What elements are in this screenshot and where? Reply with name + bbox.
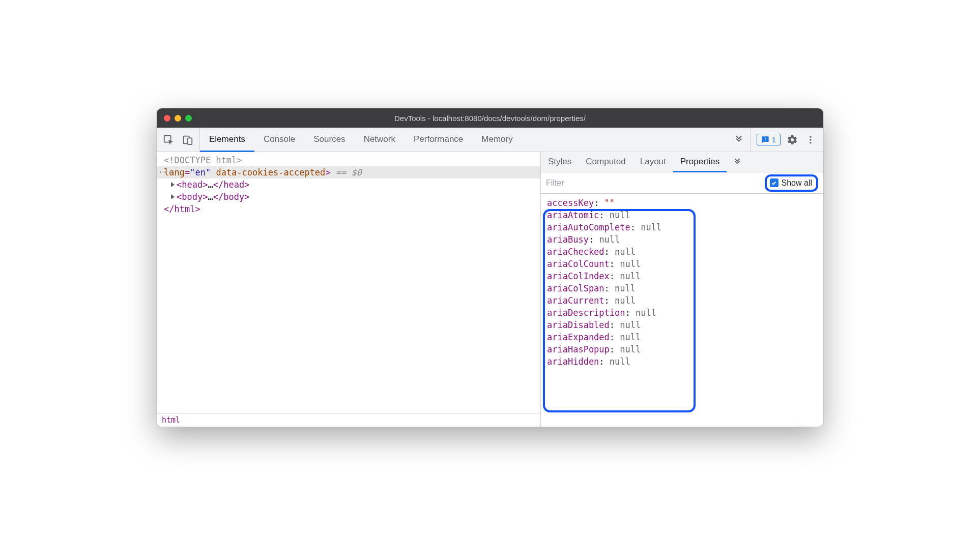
svg-point-4	[810, 139, 811, 140]
dom-head-line[interactable]: <head>…</head>	[157, 179, 540, 191]
property-row[interactable]: ariaChecked: null	[546, 246, 820, 258]
filter-row: Show all	[541, 172, 823, 194]
side-tabs: StylesComputedLayoutProperties	[541, 152, 823, 172]
property-row[interactable]: ariaDisabled: null	[546, 319, 820, 331]
side-more-chevron-icon[interactable]	[727, 152, 748, 172]
property-row[interactable]: ariaHasPopup: null	[546, 343, 820, 355]
more-tabs-chevron-icon[interactable]	[728, 128, 750, 152]
property-row[interactable]: ariaAutoComplete: null	[546, 221, 820, 233]
device-toolbar-icon[interactable]	[181, 133, 194, 146]
property-row[interactable]: ariaAtomic: null	[546, 209, 820, 221]
property-row[interactable]: ariaCurrent: null	[546, 294, 820, 307]
dom-html-line[interactable]: lang="en" data-cookies-accepted> == $0	[157, 166, 540, 179]
main-tabs: ElementsConsoleSourcesNetworkPerformance…	[200, 128, 728, 152]
window-title: DevTools - localhost:8080/docs/devtools/…	[157, 114, 823, 123]
dom-tree-pane: <!DOCTYPE html> lang="en" data-cookies-a…	[157, 152, 541, 427]
minimize-window-button[interactable]	[175, 115, 181, 122]
inspect-element-icon[interactable]	[162, 133, 175, 146]
main-toolbar: ElementsConsoleSourcesNetworkPerformance…	[157, 128, 823, 152]
tab-network[interactable]: Network	[355, 128, 405, 152]
tab-sources[interactable]: Sources	[304, 128, 354, 152]
svg-point-3	[810, 136, 811, 137]
show-all-checkbox-wrap[interactable]: Show all	[765, 174, 818, 192]
tab-performance[interactable]: Performance	[405, 128, 472, 152]
show-all-label: Show all	[782, 179, 812, 188]
kebab-menu-icon[interactable]	[804, 133, 817, 146]
property-row[interactable]: ariaDescription: null	[546, 307, 820, 319]
tab-memory[interactable]: Memory	[472, 128, 522, 152]
property-row[interactable]: accessKey: ""	[546, 197, 820, 209]
property-row[interactable]: ariaHidden: null	[546, 355, 820, 368]
disclosure-triangle-icon[interactable]	[171, 194, 175, 199]
close-window-button[interactable]	[164, 115, 170, 122]
svg-point-5	[810, 142, 811, 143]
dom-body-line[interactable]: <body>…</body>	[157, 191, 540, 203]
side-tab-properties[interactable]: Properties	[673, 153, 727, 172]
tab-elements[interactable]: Elements	[200, 128, 254, 152]
properties-list[interactable]: accessKey: ""ariaAtomic: nullariaAutoCom…	[541, 194, 823, 427]
dom-breadcrumb[interactable]: html	[157, 413, 540, 427]
property-row[interactable]: ariaColCount: null	[546, 258, 820, 270]
dom-tree[interactable]: <!DOCTYPE html> lang="en" data-cookies-a…	[157, 152, 540, 413]
check-icon	[771, 180, 777, 186]
side-pane: StylesComputedLayoutProperties Show all …	[541, 152, 823, 427]
titlebar: DevTools - localhost:8080/docs/devtools/…	[157, 108, 823, 128]
issues-badge[interactable]: 1	[757, 134, 781, 145]
svg-rect-2	[188, 138, 192, 144]
side-tab-computed[interactable]: Computed	[579, 153, 632, 172]
disclosure-triangle-icon[interactable]	[171, 182, 175, 187]
dom-close-html-line[interactable]: </html>	[157, 203, 540, 215]
tab-console[interactable]: Console	[254, 128, 304, 152]
settings-gear-icon[interactable]	[786, 133, 799, 146]
devtools-window: DevTools - localhost:8080/docs/devtools/…	[157, 108, 823, 427]
panels: <!DOCTYPE html> lang="en" data-cookies-a…	[157, 152, 823, 427]
filter-input[interactable]	[546, 179, 761, 188]
property-row[interactable]: ariaExpanded: null	[546, 331, 820, 343]
toolbar-right: 1	[750, 128, 823, 152]
window-controls	[164, 115, 192, 122]
issues-icon	[761, 136, 769, 144]
show-all-checkbox[interactable]	[770, 179, 779, 187]
side-tab-styles[interactable]: Styles	[541, 153, 579, 172]
toolbar-left	[157, 128, 200, 152]
dom-doctype-line[interactable]: <!DOCTYPE html>	[157, 154, 540, 166]
property-row[interactable]: ariaBusy: null	[546, 233, 820, 246]
property-row[interactable]: ariaColSpan: null	[546, 282, 820, 294]
issues-count: 1	[772, 135, 776, 144]
property-row[interactable]: ariaColIndex: null	[546, 270, 820, 282]
maximize-window-button[interactable]	[185, 115, 192, 122]
side-tab-layout[interactable]: Layout	[633, 153, 673, 172]
